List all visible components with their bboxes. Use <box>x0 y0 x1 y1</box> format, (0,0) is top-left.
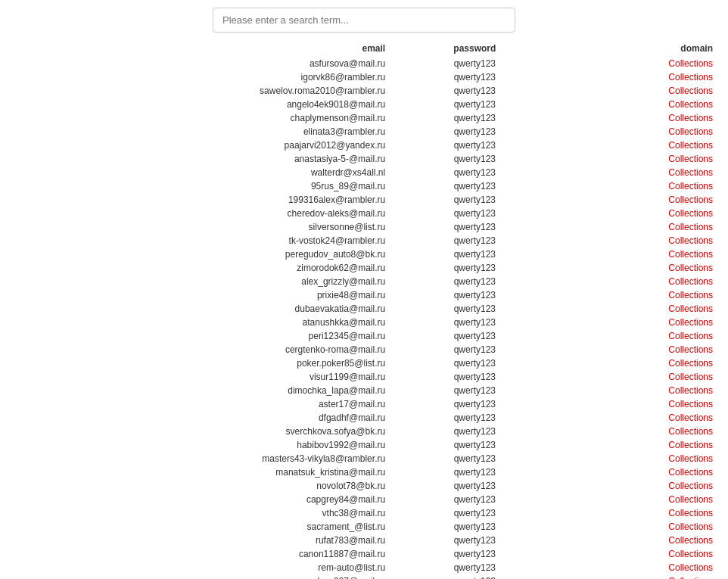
password-cell: qwerty123 <box>400 493 549 506</box>
domain-cell: Collections <box>549 425 728 438</box>
table-row: angelo4ek9018@mail.ruqwerty123Collection… <box>0 98 728 111</box>
domain-cell: Collections <box>549 275 728 288</box>
email-cell: cergtenko-roma@mail.ru <box>0 343 400 356</box>
password-cell: qwerty123 <box>400 70 549 84</box>
domain-cell: Collections <box>549 547 728 561</box>
search-input[interactable] <box>213 8 515 33</box>
domain-cell: Collections <box>549 397 728 411</box>
email-cell: peregudov_auto8@bk.ru <box>0 247 400 261</box>
table-row: visur1199@mail.ruqwerty123Collections <box>0 370 728 384</box>
domain-cell: Collections <box>549 561 728 574</box>
email-cell: vthc38@mail.ru <box>0 506 400 520</box>
domain-cell: Collections <box>549 166 728 179</box>
password-cell: qwerty123 <box>400 329 549 343</box>
email-cell: dimochka_lapa@mail.ru <box>0 384 400 397</box>
password-cell: qwerty123 <box>400 57 549 70</box>
email-cell: paajarvi2012@yandex.ru <box>0 139 400 152</box>
domain-cell: Collections <box>549 261 728 275</box>
search-bar-container <box>0 0 728 40</box>
table-row: habibov1992@mail.ruqwerty123Collections <box>0 438 728 452</box>
domain-cell: Collections <box>549 370 728 384</box>
password-cell: qwerty123 <box>400 411 549 425</box>
password-cell: qwerty123 <box>400 465 549 479</box>
domain-cell: Collections <box>549 125 728 139</box>
table-header-row: email password domain <box>0 40 728 57</box>
domain-header: domain <box>549 40 728 57</box>
domain-cell: Collections <box>549 220 728 234</box>
password-cell: qwerty123 <box>400 384 549 397</box>
domain-cell: Collections <box>549 139 728 152</box>
table-row: chaplymenson@mail.ruqwerty123Collections <box>0 111 728 125</box>
password-cell: qwerty123 <box>400 220 549 234</box>
table-row: walterdr@xs4all.nlqwerty123Collections <box>0 166 728 179</box>
table-row: sawelov.roma2010@rambler.ruqwerty123Coll… <box>0 84 728 98</box>
domain-cell: Collections <box>549 316 728 329</box>
table-body: asfursova@mail.ruqwerty123Collectionsigo… <box>0 57 728 579</box>
password-cell: qwerty123 <box>400 520 549 534</box>
password-cell: qwerty123 <box>400 452 549 465</box>
domain-cell: Collections <box>549 574 728 579</box>
domain-cell: Collections <box>549 247 728 261</box>
domain-cell: Collections <box>549 534 728 547</box>
password-cell: qwerty123 <box>400 125 549 139</box>
email-cell: prixie48@mail.ru <box>0 288 400 302</box>
table-row: dubaevakatia@mail.ruqwerty123Collections <box>0 302 728 316</box>
password-cell: qwerty123 <box>400 234 549 247</box>
password-cell: qwerty123 <box>400 356 549 370</box>
table-row: rufat783@mail.ruqwerty123Collections <box>0 534 728 547</box>
email-cell: tk-vostok24@rambler.ru <box>0 234 400 247</box>
password-cell: qwerty123 <box>400 139 549 152</box>
table-row: novolot78@bk.ruqwerty123Collections <box>0 479 728 493</box>
table-row: sverchkova.sofya@bk.ruqwerty123Collectio… <box>0 425 728 438</box>
table-row: 199316alex@rambler.ruqwerty123Collection… <box>0 193 728 207</box>
domain-cell: Collections <box>549 84 728 98</box>
domain-cell: Collections <box>549 411 728 425</box>
domain-cell: Collections <box>549 57 728 70</box>
email-cell: alex_grizzly@mail.ru <box>0 275 400 288</box>
table-row: cergtenko-roma@mail.ruqwerty123Collectio… <box>0 343 728 356</box>
table-row: cheredov-aleks@mail.ruqwerty123Collectio… <box>0 207 728 220</box>
password-cell: qwerty123 <box>400 547 549 561</box>
email-cell: sawelov.roma2010@rambler.ru <box>0 84 400 98</box>
domain-cell: Collections <box>549 111 728 125</box>
data-table: email password domain asfursova@mail.ruq… <box>0 40 728 579</box>
password-cell: qwerty123 <box>400 561 549 574</box>
table-row: igorvk86@rambler.ruqwerty123Collections <box>0 70 728 84</box>
email-cell: walterdr@xs4all.nl <box>0 166 400 179</box>
table-row: aster17@mail.ruqwerty123Collections <box>0 397 728 411</box>
password-cell: qwerty123 <box>400 574 549 579</box>
domain-cell: Collections <box>549 179 728 193</box>
password-cell: qwerty123 <box>400 370 549 384</box>
password-cell: qwerty123 <box>400 152 549 166</box>
password-cell: qwerty123 <box>400 275 549 288</box>
table-row: prixie48@mail.ruqwerty123Collections <box>0 288 728 302</box>
table-row: tk-vostok24@rambler.ruqwerty123Collectio… <box>0 234 728 247</box>
domain-cell: Collections <box>549 356 728 370</box>
email-cell: sugarglass007@mail.ru <box>0 574 400 579</box>
email-cell: dubaevakatia@mail.ru <box>0 302 400 316</box>
email-cell: dfgadhf@mail.ru <box>0 411 400 425</box>
domain-cell: Collections <box>549 302 728 316</box>
domain-cell: Collections <box>549 343 728 356</box>
email-cell: manatsuk_kristina@mail.ru <box>0 465 400 479</box>
password-cell: qwerty123 <box>400 179 549 193</box>
email-cell: cheredov-aleks@mail.ru <box>0 207 400 220</box>
table-row: manatsuk_kristina@mail.ruqwerty123Collec… <box>0 465 728 479</box>
table-row: sugarglass007@mail.ruqwerty123Collection… <box>0 574 728 579</box>
table-row: sacrament_@list.ruqwerty123Collections <box>0 520 728 534</box>
domain-cell: Collections <box>549 506 728 520</box>
table-row: rem-auto@list.ruqwerty123Collections <box>0 561 728 574</box>
email-cell: visur1199@mail.ru <box>0 370 400 384</box>
table-row: atanushkka@mail.ruqwerty123Collections <box>0 316 728 329</box>
domain-cell: Collections <box>549 207 728 220</box>
table-row: poker.poker85@list.ruqwerty123Collection… <box>0 356 728 370</box>
password-cell: qwerty123 <box>400 316 549 329</box>
table-row: alex_grizzly@mail.ruqwerty123Collections <box>0 275 728 288</box>
email-cell: zimorodok62@mail.ru <box>0 261 400 275</box>
table-row: anastasiya-5-@mail.ruqwerty123Collection… <box>0 152 728 166</box>
email-cell: atanushkka@mail.ru <box>0 316 400 329</box>
domain-cell: Collections <box>549 520 728 534</box>
domain-cell: Collections <box>549 70 728 84</box>
domain-cell: Collections <box>549 193 728 207</box>
domain-cell: Collections <box>549 493 728 506</box>
